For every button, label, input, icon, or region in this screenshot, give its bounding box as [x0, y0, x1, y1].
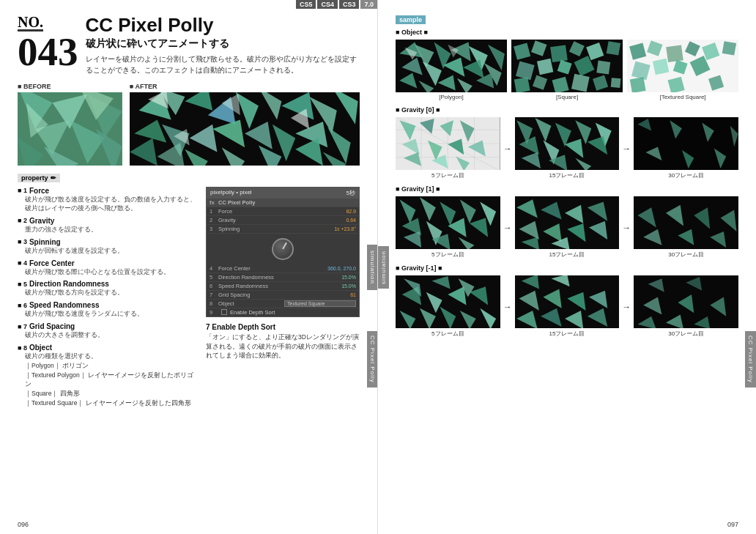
g1-frame2-cell: 15フレーム目 [515, 196, 620, 259]
property-columns: ■ 1 Force 破片が飛び散る速度を設定する。負の数値を入力すると、破片はレ… [18, 187, 360, 412]
gravity-neg1-grid: 5フレーム目 → [396, 275, 738, 338]
img-polygon [396, 40, 507, 92]
prop-force-center: ■ 4 Force Center 破片が飛び散る際に中心となる位置を設定する。 [18, 259, 199, 277]
g1-arrow2: → [621, 223, 631, 233]
version-cs4[interactable]: CS4 [317, 0, 338, 9]
prop-force-center-title: ■ 4 Force Center [18, 259, 199, 267]
prop-object: ■ 8 Object 破片の種類を選択する。 ｜Polygon｜ ポリゴン ｜T… [18, 344, 199, 408]
ae-row-object[interactable]: 8 Object Textured Square [207, 300, 359, 308]
g1-frame2-label: 15フレーム目 [515, 251, 620, 259]
ae-row-force[interactable]: 1 Force 82.9 [207, 207, 359, 216]
sample-label: sample [396, 15, 426, 24]
g1-frame3 [634, 196, 738, 249]
ae-row-spinning[interactable]: 3 Spinning 1s +23.8° [207, 225, 359, 234]
prop-object-polygon: ｜Polygon｜ ポリゴン [25, 362, 199, 371]
gn1-frame2-label: 15フレーム目 [515, 330, 620, 338]
gn1-frame1 [396, 275, 500, 328]
g1-frame1-label: 5フレーム目 [396, 251, 500, 259]
prop-object-title: ■ 8 Object [18, 344, 199, 352]
prop-speed-rand-title: ■ 6 Speed Randomness [18, 301, 199, 309]
ae-dial[interactable] [272, 238, 294, 260]
no-header-block: NO. 043 CC Pixel Polly 破片状に砕いてアニメートする レイ… [18, 15, 360, 75]
g0-frame1-cell: 5フレーム目 [396, 117, 500, 179]
img-square-caption: [Square] [511, 94, 623, 100]
g0-frame3-cell: 30フレーム目 [634, 117, 738, 179]
svg-rect-68 [537, 59, 553, 75]
object-image-grid: [Polygon] [396, 40, 738, 100]
gn1-frame3 [634, 275, 738, 328]
gn1-arrow2: → [621, 302, 631, 312]
img-square [511, 40, 623, 92]
g0-frame1 [396, 117, 500, 170]
effect-title: CC Pixel Polly [86, 15, 360, 36]
gravity-neg1-section: ■ Gravity [-1] ■ [396, 264, 738, 338]
g0-frame3-label: 30フレーム目 [634, 171, 738, 179]
svg-rect-89 [630, 77, 646, 92]
ae-dial-area [207, 234, 359, 264]
before-label: ■ BEFORE [18, 83, 122, 90]
version-cs3[interactable]: CS3 [339, 0, 360, 9]
before-after-section: ■ BEFORE ■ AFTER [18, 83, 360, 166]
right-side-effect-label: CC Pixel Polly [745, 331, 756, 387]
property-section: property ✏ ■ 1 Force 破片が飛び散る速度を設定する。負の数値… [18, 173, 360, 412]
svg-rect-77 [611, 78, 621, 88]
ae-row-force-center[interactable]: 4 Force Center 360.0, 270.0 [207, 264, 359, 273]
enable-depth-title: 7 Enable Depth Sort [206, 323, 360, 331]
prop-object-textured-sq: ｜Textured Square｜ レイヤーイメージを反射した四角形 [25, 399, 199, 408]
gravity0-title: ■ Gravity [0] ■ [396, 106, 738, 114]
g1-frame1 [396, 196, 500, 249]
gn1-frame2-cell: 15フレーム目 [515, 275, 620, 338]
ae-panel: pixelpolly • pixel 5秒 fx CC Pixel Polly … [206, 187, 360, 317]
g0-frame2 [515, 117, 620, 170]
g0-frame3 [634, 117, 738, 170]
svg-rect-66 [607, 41, 620, 55]
no-left: NO. 043 [18, 15, 78, 72]
prop-spinning: ■ 3 Spinning 破片が回転する速度を設定する。 [18, 238, 199, 256]
prop-object-textured-poly: ｜Textured Polygon｜ レイヤーイメージを反射したポリゴン [25, 371, 199, 389]
g1-frame2 [515, 196, 620, 249]
img-cell-square: [Square] [511, 40, 623, 100]
g1-arrow1: → [503, 223, 513, 233]
before-image [18, 92, 122, 166]
gravity-neg1-title: ■ Gravity [-1] ■ [396, 264, 738, 272]
img-textured-sq [627, 40, 738, 92]
svg-rect-11 [18, 92, 122, 166]
right-side-simulation-label: simulation [378, 245, 389, 288]
effect-desc: レイヤーを破片のように分割して飛び散らせる。破片の形や広がり方などを設定すること… [86, 53, 360, 75]
after-item: ■ AFTER [130, 83, 360, 166]
ae-row-direction-rand[interactable]: 5 Direction Randomness 15.0% [207, 273, 359, 282]
g1-frame3-cell: 30フレーム目 [634, 196, 738, 259]
svg-rect-71 [596, 61, 610, 75]
prop-speed-rand: ■ 6 Speed Randomness 破片が飛び散る速度をランダムにする。 [18, 301, 199, 319]
g0-arrow2: → [621, 144, 631, 154]
right-page: simulation CC Pixel Polly sample ■ Objec… [378, 0, 756, 534]
img-cell-textured-sq: [Textured Square] [627, 40, 738, 100]
gravity1-section: ■ Gravity [1] ■ [396, 185, 738, 259]
gn1-frame3-cell: 30フレーム目 [634, 275, 738, 338]
gravity0-section: ■ Gravity [0] ■ [396, 106, 738, 179]
enable-depth-section: 7 Enable Depth Sort 「オン」にすると、より正確な3Dレンダリ… [206, 323, 360, 360]
left-page-number: 096 [18, 521, 29, 528]
ae-row-grid-spacing[interactable]: 7 Grid Spacing 61 [207, 291, 359, 300]
version-tags: CS5 CS4 CS3 7.0 [296, 0, 377, 9]
prop-grid-spacing-title: ■ 7 Grid Spacing [18, 322, 199, 330]
version-70[interactable]: 7.0 [360, 0, 377, 9]
gn1-frame3-label: 30フレーム目 [634, 330, 738, 338]
img-polygon-caption: [Polygon] [396, 94, 507, 100]
gn1-frame1-label: 5フレーム目 [396, 330, 500, 338]
title-block: CC Pixel Polly 破片状に砕いてアニメートする レイヤーを破片のよう… [86, 15, 360, 75]
svg-rect-84 [722, 41, 736, 55]
left-page: simulation CS5 CS4 CS3 7.0 NO. 043 CC Pi… [0, 0, 378, 534]
g0-frame2-label: 15フレーム目 [515, 171, 620, 179]
version-cs5[interactable]: CS5 [296, 0, 316, 9]
svg-rect-72 [514, 77, 530, 92]
left-side-tab: simulation [367, 244, 378, 289]
enable-depth-checkbox[interactable] [221, 309, 227, 315]
after-label: ■ AFTER [130, 83, 360, 90]
prop-gravity: ■ 2 Gravity 重力の強さを設定する。 [18, 217, 199, 234]
ae-row-gravity[interactable]: 2 Gravity 0.64 [207, 216, 359, 225]
ae-row-speed-rand[interactable]: 6 Speed Randomness 15.0% [207, 282, 359, 291]
ae-row-enable-depth[interactable]: 9 Enable Depth Sort [207, 308, 359, 316]
gn1-arrow1: → [503, 302, 513, 312]
gn1-frame2 [515, 275, 620, 328]
